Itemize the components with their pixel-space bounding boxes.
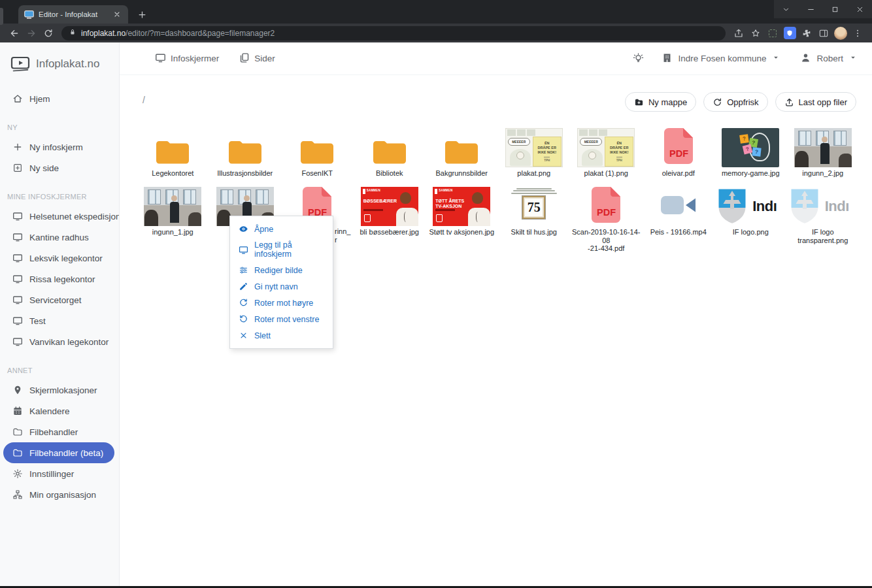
file-item-oleivar-pdf[interactable]: PDF oleivar.pdf: [643, 126, 715, 185]
sidebar-item-label: Filbehandler: [29, 427, 78, 437]
sidebar-item-label: Helsetunet ekspedisjon: [29, 212, 120, 221]
context-menu-item-roter-mot-høyre[interactable]: Roter mot høyre: [230, 295, 333, 311]
sidebar-item-filbehandler-beta[interactable]: Filbehandler (beta): [3, 442, 114, 463]
sidebar-item-kantine-radhus[interactable]: Kantine radhus: [0, 227, 119, 248]
organization-name: Indre Fosen kommune: [678, 54, 766, 63]
file-item-bibliotek[interactable]: Bibliotek: [354, 126, 426, 185]
user-dropdown[interactable]: Robert: [800, 52, 858, 65]
sidebar-item-test[interactable]: Test: [0, 310, 119, 331]
sidebar-item-helsetunet-ekspedisjon[interactable]: Helsetunet ekspedisjon: [0, 206, 119, 227]
sidebar-item-vanvikan-legekontor[interactable]: Vanvikan legekontor: [0, 331, 119, 352]
organization-dropdown[interactable]: Indre Fosen kommune: [662, 52, 780, 65]
share-icon[interactable]: [730, 25, 747, 41]
sidebar-item-skjermlokasjoner[interactable]: Skjermlokasjoner: [0, 380, 119, 400]
oppfrisk-button[interactable]: Oppfrisk: [703, 92, 767, 112]
tab-sider[interactable]: Sider: [239, 52, 275, 65]
window-maximize-icon[interactable]: [823, 0, 848, 18]
file-item-st-tt-tv-aksjonen-jpg[interactable]: SAMMENTØTT ÅRETS TV-AKSJON Støtt tv aksj…: [426, 185, 498, 253]
context-menu-item-gi-nytt-navn[interactable]: Gi nytt navn: [230, 278, 333, 295]
file-label: ingunn_2.jpg: [802, 169, 843, 178]
sidebar-item-hjem[interactable]: Hjem: [0, 88, 119, 109]
context-menu-item-rediger-bilde[interactable]: Rediger bilde: [230, 262, 333, 278]
side-panel-icon[interactable]: [815, 25, 832, 41]
window-menu-chevron-icon[interactable]: [774, 0, 799, 18]
monitor-icon: [155, 52, 166, 65]
file-item-if-logo-png[interactable]: Indı IF logo.png: [714, 185, 787, 253]
file-label: FosenIKT: [301, 169, 333, 178]
capture-extension-icon[interactable]: [764, 25, 781, 41]
monitor-icon: [12, 316, 23, 326]
new-tab-icon[interactable]: [135, 7, 149, 22]
menu-item-label: Gi nytt navn: [254, 282, 298, 291]
app-logo[interactable]: Infoplakat.no: [0, 53, 119, 75]
browser-tab-strip: Editor - Infoplakat: [0, 0, 872, 24]
file-item-ingunn-1-jpg[interactable]: ingunn_1.jpg: [137, 185, 209, 253]
shield-logo-thumbnail: Indı: [790, 187, 856, 226]
tab-infoskjermer[interactable]: Infoskjermer: [155, 52, 219, 65]
menu-item-label: Roter mot venstre: [254, 315, 319, 324]
reload-icon[interactable]: [40, 25, 57, 41]
brain-thumbnail: ? ? ? ?: [722, 128, 779, 167]
ny-mappe-button[interactable]: Ny mappe: [625, 92, 696, 112]
window-edge: [0, 8, 3, 25]
file-item-ingunn-2-jpg[interactable]: ingunn_2.jpg: [787, 126, 860, 185]
file-item-plakat-png[interactable]: MEEEER ÉNDRÅPE ERIKKE NOK!TPH plakat.png: [498, 126, 571, 185]
sidebar-item-innstillinger[interactable]: Innstillinger: [0, 463, 119, 484]
profile-avatar[interactable]: [832, 25, 849, 41]
tips-lightbulb-icon[interactable]: [632, 52, 645, 65]
plus-square-icon: [12, 163, 23, 173]
file-item-fosenikt[interactable]: FosenIKT: [281, 126, 354, 185]
sidebar-item-servicetorget[interactable]: Servicetorget: [0, 289, 119, 310]
bookmark-star-icon[interactable]: [747, 25, 764, 41]
sidebar-item-min-organisasjon[interactable]: Min organisasjon: [0, 484, 119, 505]
sidebar-item-rissa-legekontor[interactable]: Rissa legekontor: [0, 269, 119, 289]
extensions-puzzle-icon[interactable]: [798, 25, 815, 41]
calendar-icon: [12, 406, 23, 416]
file-label: plakat.png: [517, 169, 550, 178]
breadcrumb[interactable]: /: [143, 95, 145, 105]
sidebar-item-filbehandler[interactable]: Filbehandler: [0, 421, 119, 442]
sidebar-section-title: NY: [0, 123, 119, 131]
url-bar[interactable]: infoplakat.no/editor/?m=dashboard&page=f…: [61, 26, 726, 41]
file-item-skilt-til-hus-jpg[interactable]: 75 Skilt til hus.jpg: [498, 185, 571, 253]
clipped-file-label-fragment: rinn_: [335, 227, 350, 236]
file-item-memory-game-jpg[interactable]: ? ? ? ? memory-game.jpg: [714, 126, 787, 185]
shield-extension-icon[interactable]: [781, 25, 798, 41]
sidebar-item-label: Servicetorget: [29, 295, 82, 305]
poster-thumbnail: SAMMENTØTT ÅRETS TV-AKSJON: [433, 187, 490, 226]
menu-item-label: Slett: [254, 331, 271, 340]
forward-icon[interactable]: [23, 25, 40, 41]
sidebar-item-kalendere[interactable]: Kalendere: [0, 400, 119, 421]
sidebar-item-leksvik-legekontor[interactable]: Leksvik legekontor: [0, 248, 119, 269]
brand-text: Infoplakat.no: [36, 57, 99, 71]
file-label: IF logo.png: [733, 228, 769, 237]
file-item-legekontoret[interactable]: Legekontoret: [137, 126, 209, 185]
sidebar-item-label: Vanvikan legekontor: [29, 337, 109, 347]
file-item-plakat-1-png[interactable]: MEEEER ÉNDRÅPE ERIKKE NOK!TPH plakat (1)…: [570, 126, 643, 185]
file-label: Legekontoret: [152, 169, 193, 178]
comic-thumbnail: MEEEER ÉNDRÅPE ERIKKE NOK!TPH: [505, 128, 563, 167]
file-item-if-logo-transparent-png[interactable]: Indı IF logo transparent.png: [787, 185, 860, 253]
window-close-icon[interactable]: [848, 0, 872, 18]
sidebar-item-ny-side[interactable]: Ny side: [0, 157, 119, 178]
file-item-bli-b-sseb-rer-jpg[interactable]: SAMMENBØSSEBÆRER bli bøssebærer.jpg: [354, 185, 426, 253]
context-menu-item-slett[interactable]: Slett: [230, 327, 333, 344]
file-item-illustrasjonsbilder[interactable]: Illustrasjonsbilder: [209, 126, 282, 185]
last-opp-filer-button[interactable]: Last opp filer: [775, 92, 856, 112]
context-menu-item-legg-til-på-infoskjerm[interactable]: Legg til på infoskjerm: [230, 237, 333, 262]
file-item-bakgrunnsbilder[interactable]: Bakgrunnsbilder: [426, 126, 498, 185]
context-menu-item-åpne[interactable]: Åpne: [230, 221, 333, 237]
window-minimize-icon[interactable]: [799, 0, 824, 18]
sidebar-item-label: Min organisasjon: [29, 490, 96, 500]
sidebar-item-ny-infoskjerm[interactable]: Ny infoskjerm: [0, 137, 119, 157]
video-file-icon: [661, 193, 696, 220]
browser-tab[interactable]: Editor - Infoplakat: [18, 5, 128, 24]
tab-close-icon[interactable]: [112, 9, 122, 20]
file-item-scan-2019-10-16-14-08-21-434-pdf[interactable]: PDF Scan-2019-10-16-14-08 -21-434.pdf: [570, 185, 643, 253]
file-thumbnail: SAMMENTØTT ÅRETS TV-AKSJON: [433, 185, 490, 226]
file-item-peis-19166-mp4[interactable]: Peis - 19166.mp4: [643, 185, 715, 253]
context-menu-item-roter-mot-venstre[interactable]: Roter mot venstre: [230, 311, 333, 327]
folder-icon: [227, 138, 263, 167]
browser-menu-dots-icon[interactable]: [849, 25, 866, 41]
back-icon[interactable]: [6, 25, 23, 41]
